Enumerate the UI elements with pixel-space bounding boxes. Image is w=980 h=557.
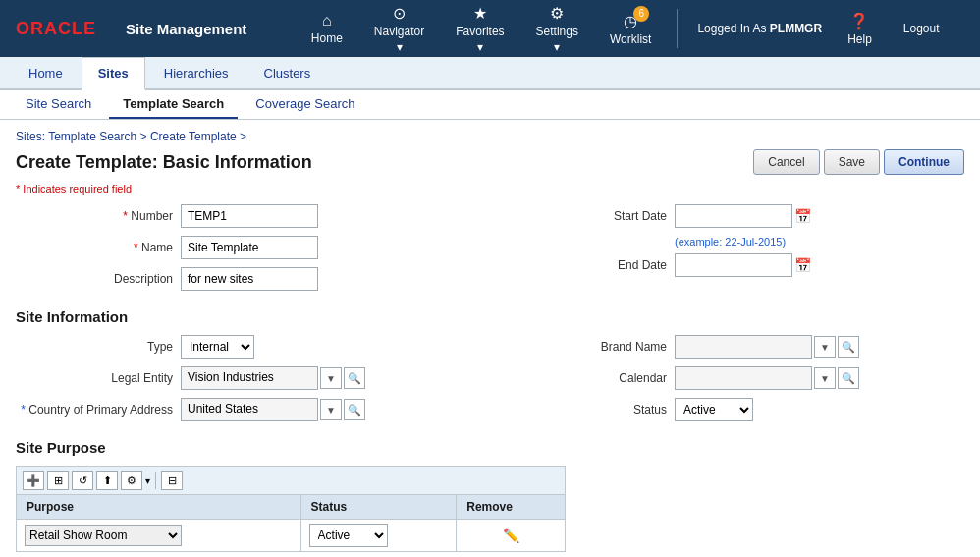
status-row: Status ActiveInactive [510,398,964,421]
brand-name-wrap: ▼ 🔍 [675,335,859,359]
legal-entity-arrow-btn[interactable]: ▼ [320,367,342,389]
app-title: Site Management [126,21,246,37]
nav-favorites[interactable]: ★ Favorites ▾ [442,0,517,60]
end-date-wrap: 📅 [675,253,811,277]
legal-entity-wrap: Vision Industries ▼ 🔍 [181,366,365,390]
name-input[interactable] [181,236,318,259]
site-purpose-section-header: Site Purpose [16,439,964,458]
legal-entity-label: Legal Entity [16,371,173,385]
tab-clusters[interactable]: Clusters [247,57,328,88]
calendar-search-btn[interactable]: 🔍 [838,367,859,389]
date-example: (example: 22-Jul-2015) [675,236,964,248]
description-row: Description [16,267,470,291]
calendar-value [675,366,812,390]
tab-hierarchies[interactable]: Hierarchies [147,57,245,88]
main-content: Sites: Template Search > Create Template… [0,120,980,557]
calendar-row: Calendar ▼ 🔍 [510,366,964,390]
home-icon: ⌂ [322,12,332,29]
sub-tab-site-search[interactable]: Site Search [12,90,105,119]
nav-worklist[interactable]: ◷ 6 Worklist [596,6,665,52]
table-row: Retail Show RoomWarehouseOffice ActiveIn… [17,520,566,552]
purpose-cell: Retail Show RoomWarehouseOffice [17,520,301,552]
sub-tab-bar: Site Search Template Search Coverage Sea… [0,90,980,120]
nav-home[interactable]: ⌂ Home [298,6,356,51]
nav-navigator[interactable]: ⊙ Navigator ▾ [360,0,438,60]
nav-favorites-label: Favorites [456,25,504,38]
columns-btn[interactable]: ⊟ [161,471,183,490]
worklist-badge: 6 [633,6,649,22]
breadcrumb-sites[interactable]: Sites [16,130,42,143]
start-date-calendar-icon[interactable]: 📅 [794,208,811,224]
country-search-btn[interactable]: 🔍 [344,399,365,420]
country-arrow-btn[interactable]: ▼ [320,399,342,420]
nav-settings-label: Settings [536,25,578,38]
toolbar-dropdown-arrow[interactable]: ▾ [145,475,150,486]
settings-btn[interactable]: ⚙ [121,471,142,490]
remove-cell: ✏️ [457,520,566,552]
brand-name-row: Brand Name ▼ 🔍 [510,335,964,359]
type-select[interactable]: InternalExternal [181,335,254,359]
site-info-right-col: Brand Name ▼ 🔍 Calendar ▼ 🔍 [510,335,964,429]
refresh-btn[interactable]: ↺ [72,471,93,490]
star-icon: ★ [473,4,487,23]
breadcrumb: Sites: Template Search > Create Template… [16,130,964,143]
end-date-row: End Date 📅 [510,253,964,277]
sub-tab-coverage-search[interactable]: Coverage Search [242,90,368,119]
start-date-row: Start Date 📅 [510,204,964,228]
country-label: Country of Primary Address [16,403,173,417]
cancel-button[interactable]: Cancel [753,149,819,175]
calendar-label: Calendar [510,371,667,385]
tab-home[interactable]: Home [12,57,80,88]
breadcrumb-create-template[interactable]: Create Template [150,130,237,143]
legal-entity-search-btn[interactable]: 🔍 [344,367,365,389]
country-row: Country of Primary Address United States… [16,398,470,421]
number-row: Number [16,204,470,228]
nav-user-info: Logged In As PLMMGR [697,22,822,35]
number-input[interactable] [181,204,318,228]
help-icon: ❓ [849,12,869,30]
page-title: Create Template: Basic Information [16,152,312,173]
form-right-col: Start Date 📅 (example: 22-Jul-2015) End … [510,204,964,299]
col-remove: Remove [457,495,566,520]
legal-entity-row: Legal Entity Vision Industries ▼ 🔍 [16,366,470,390]
start-date-input[interactable] [675,204,792,228]
name-row: Name [16,236,470,259]
nav-settings[interactable]: ⚙ Settings ▾ [522,0,592,60]
calendar-arrow-btn[interactable]: ▼ [814,367,836,389]
end-date-label: End Date [510,258,667,272]
tab-sites[interactable]: Sites [82,57,145,90]
name-label: Name [16,241,173,254]
sub-tab-template-search[interactable]: Template Search [109,90,238,119]
save-button[interactable]: Save [824,149,880,175]
calendar-wrap: ▼ 🔍 [675,366,859,390]
country-value: United States [181,398,318,421]
type-row: Type InternalExternal [16,335,470,359]
end-date-input[interactable] [675,253,792,277]
brand-name-arrow-btn[interactable]: ▼ [814,336,836,358]
end-date-calendar-icon[interactable]: 📅 [794,257,811,273]
brand-name-label: Brand Name [510,340,667,354]
status-label: Status [510,403,667,417]
legal-entity-value: Vision Industries [181,366,318,390]
add-row-btn[interactable]: ➕ [23,471,44,490]
description-label: Description [16,272,173,286]
nav-help-label: Help [847,32,872,46]
edit-icon[interactable]: ✏️ [503,528,519,543]
start-date-label: Start Date [510,209,667,223]
select-all-btn[interactable]: ⊞ [47,471,69,490]
col-status: Status [300,495,457,520]
breadcrumb-template-search[interactable]: Template Search [48,130,136,143]
continue-button[interactable]: Continue [884,149,964,175]
country-wrap: United States ▼ 🔍 [181,398,365,421]
nav-logout[interactable]: Logout [890,16,953,41]
description-input[interactable] [181,267,318,291]
export-btn[interactable]: ⬆ [96,471,118,490]
row-status-select[interactable]: ActiveInactive [309,524,388,547]
number-label: Number [16,209,173,223]
nav-help[interactable]: ❓ Help [834,6,886,52]
purpose-select[interactable]: Retail Show RoomWarehouseOffice [25,525,182,546]
status-select[interactable]: ActiveInactive [675,398,753,421]
brand-name-search-btn[interactable]: 🔍 [838,336,859,358]
nav-worklist-label: Worklist [610,32,651,46]
page-header: Create Template: Basic Information Cance… [16,149,964,175]
